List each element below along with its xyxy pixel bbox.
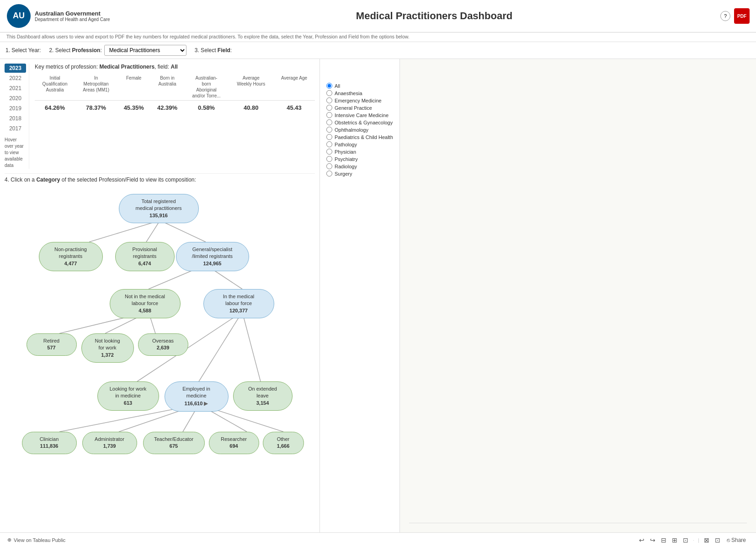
logo-crest-icon: AU	[6, 4, 31, 28]
col-female: Female	[117, 74, 150, 101]
node-other[interactable]: Other 1,666	[263, 432, 304, 454]
node-root[interactable]: Total registered medical practitioners 1…	[119, 194, 199, 223]
header-actions: ? PDF	[720, 8, 750, 24]
field-panel: All Anaesthesia Emergency Medicine Gener…	[320, 59, 400, 547]
field-option-radiology[interactable]: Radiology	[326, 163, 393, 169]
nav-btn-5[interactable]: ⊡	[713, 536, 722, 545]
node-looking-value: 613	[124, 400, 132, 406]
node-overseas-value: 2,639	[157, 345, 170, 350]
bottom-bar: ⊕ View on Tableau Public ↩ ↪ ⊟ ⊞ ⊡ · | ⊠…	[0, 532, 756, 547]
val-female: 45.35%	[117, 101, 150, 115]
nav-btn-2[interactable]: ⊞	[670, 536, 679, 545]
val-weekly-hours: 40.80	[229, 101, 273, 115]
svg-line-4	[160, 220, 206, 242]
field-option-ophthalmology[interactable]: Ophthalmology	[326, 127, 393, 133]
year-2022[interactable]: 2022	[5, 74, 26, 83]
field-option-emergency[interactable]: Emergency Medicine	[326, 97, 393, 103]
node-extended-leave[interactable]: On extended leave 3,154	[233, 381, 293, 411]
node-overseas[interactable]: Overseas 2,639	[138, 333, 188, 356]
left-panel: 2023 2022 2021 2020 2019 2018 2017 Hover…	[0, 59, 320, 547]
val-metro: 78.37%	[75, 101, 117, 115]
undo-button[interactable]: ↩	[637, 536, 646, 545]
node-provisional-value: 6,474	[138, 261, 151, 266]
node-teacher-value: 675	[170, 443, 178, 449]
nav-btn-1[interactable]: ⊟	[659, 536, 668, 545]
node-clinician-value: 111,836	[40, 443, 59, 449]
node-researcher[interactable]: Researcher 694	[209, 432, 259, 454]
node-provisional[interactable]: Provisional registrants 6,474	[115, 242, 175, 271]
bottom-nav: ↩ ↪ ⊟ ⊞ ⊡ · | ⊠ ⊡ ⎋ Share	[637, 536, 749, 545]
step1-group: 1. Select Year:	[5, 47, 41, 54]
val-born-aus: 42.39%	[150, 101, 184, 115]
node-teacher[interactable]: Teacher/Educator 675	[143, 432, 205, 454]
node-clinician[interactable]: Clinician 111,836	[22, 432, 77, 454]
field-option-all[interactable]: All	[326, 83, 393, 89]
node-other-value: 1,666	[277, 443, 290, 449]
year-2017[interactable]: 2017	[5, 124, 26, 133]
dept-name: Department of Health and Aged Care	[35, 17, 110, 22]
year-2021[interactable]: 2021	[5, 84, 26, 93]
year-2020[interactable]: 2020	[5, 94, 26, 103]
field-option-pathology[interactable]: Pathology	[326, 141, 393, 147]
year-2018[interactable]: 2018	[5, 114, 26, 123]
year-selector: 2023 2022 2021 2020 2019 2018 2017 Hover…	[5, 64, 29, 169]
col-weekly-hours: AverageWeekly Hours	[229, 74, 273, 101]
tableau-link[interactable]: ⊕ View on Tableau Public	[7, 537, 65, 543]
metrics-area: Key metrics of profession: Medical Pract…	[29, 64, 315, 169]
pdf-button[interactable]: PDF	[734, 8, 750, 24]
field-option-obstetrics[interactable]: Obstetrics & Gynaecology	[326, 119, 393, 125]
share-icon: ⎋	[727, 537, 730, 543]
svg-line-11	[199, 312, 242, 381]
node-researcher-value: 694	[229, 443, 238, 449]
node-not-looking-value: 1,372	[101, 352, 114, 358]
node-not-in-labour-value: 4,588	[138, 308, 151, 313]
node-employed[interactable]: Employed in medicine 116,610 ▶	[165, 381, 229, 412]
field-option-physician[interactable]: Physician	[326, 149, 393, 155]
controls-bar: 1. Select Year: 2. Select Profession: Me…	[0, 42, 756, 59]
val-initial-qual: 64.26%	[35, 101, 75, 115]
node-not-looking[interactable]: Not looking for work 1,372	[81, 333, 134, 363]
nav-btn-4[interactable]: ⊠	[702, 536, 711, 545]
node-non-practising[interactable]: Non-practising registrants 4,477	[39, 242, 103, 271]
svg-line-12	[242, 312, 261, 381]
field-option-intensive[interactable]: Intensive Care Medicine	[326, 112, 393, 118]
field-option-anaesthesia[interactable]: Anaesthesia	[326, 90, 393, 96]
share-button[interactable]: ⎋ Share	[724, 536, 749, 544]
subtitle-bar: This Dashboard allows users to view and …	[0, 32, 756, 42]
node-looking[interactable]: Looking for work in medicine 613	[97, 381, 159, 411]
step1-label: 1. Select Year:	[5, 47, 41, 54]
node-in-labour[interactable]: In the medical labour force 120,377	[203, 289, 274, 318]
node-employed-value: 116,610	[185, 401, 203, 406]
node-not-in-labour[interactable]: Not in the medical labour force 4,588	[110, 289, 181, 318]
step2-group: 2. Select Profession: Medical Practition…	[49, 45, 186, 56]
year-2019[interactable]: 2019	[5, 104, 26, 113]
logo-text: Australian Government Department of Heal…	[35, 10, 110, 22]
gov-name: Australian Government	[35, 10, 110, 17]
year-hover-hint: Hover over year to view available data	[5, 137, 26, 169]
tree-instruction: 4. Click on a Category of the selected P…	[5, 173, 315, 183]
node-retired[interactable]: Retired 577	[27, 333, 77, 356]
redo-button[interactable]: ↪	[648, 536, 657, 545]
year-2023[interactable]: 2023	[5, 64, 26, 73]
col-born-aus: Born inAustralia	[150, 74, 184, 101]
step2-label: 2. Select Profession:	[49, 47, 101, 54]
nav-btn-3[interactable]: ⊡	[681, 536, 690, 545]
node-retired-value: 577	[47, 345, 55, 350]
field-option-psychiatry[interactable]: Psychiatry	[326, 156, 393, 162]
node-general-specialist[interactable]: General/specialist /limited registrants …	[176, 242, 249, 271]
tableau-icon: ⊕	[7, 537, 11, 543]
node-in-labour-value: 120,377	[229, 308, 248, 313]
node-administrator[interactable]: Administrator 1,739	[82, 432, 137, 454]
svg-line-3	[146, 220, 160, 242]
svg-text:AU: AU	[13, 11, 25, 20]
page-title: Medical Practitioners Dashboard	[148, 10, 720, 22]
field-option-paediatrics[interactable]: Paediatrics & Child Health	[326, 134, 393, 140]
field-option-general[interactable]: General Practice	[326, 105, 393, 111]
right-panel: Source: National Health Workforce Datase…	[400, 59, 756, 547]
header: AU Australian Government Department of H…	[0, 0, 756, 32]
profession-select[interactable]: Medical Practitioners	[104, 45, 186, 56]
field-option-surgery[interactable]: Surgery	[326, 171, 393, 177]
logo-area: AU Australian Government Department of H…	[6, 4, 148, 28]
col-metro: InMetropolitanAreas (MM1)	[75, 74, 117, 101]
help-button[interactable]: ?	[720, 11, 730, 21]
